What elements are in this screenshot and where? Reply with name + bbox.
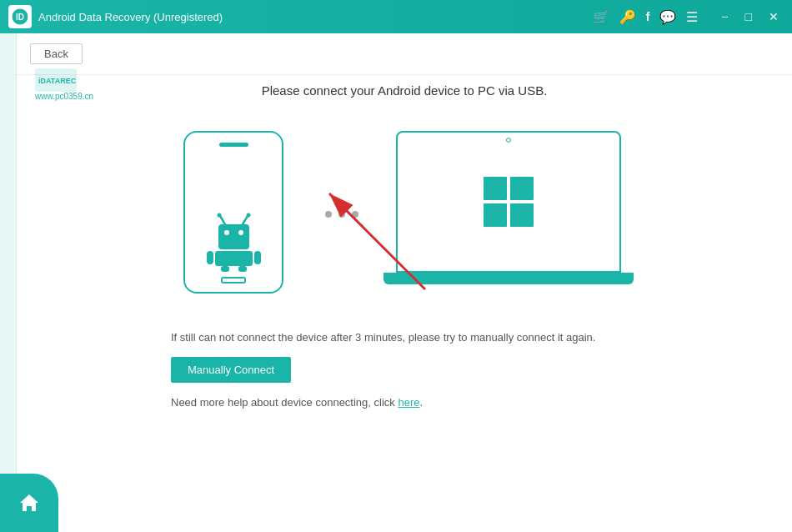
svg-rect-4 (218, 224, 249, 249)
laptop-base (383, 273, 634, 284)
windows-logo (484, 177, 534, 227)
watermark-url: www.pc0359.cn (35, 92, 93, 101)
win-square-2 (510, 177, 534, 200)
home-button[interactable] (0, 474, 58, 532)
content-wrapper: Please connect your Android device to PC… (17, 75, 792, 409)
titlebar-icons: 🛒 🔑 f 💬 ☰ − □ ✕ (593, 8, 784, 25)
titlebar-title: Android Data Recovery (Unregistered) (38, 11, 223, 23)
svg-rect-10 (221, 266, 229, 272)
svg-rect-7 (215, 251, 253, 266)
bottom-section: If still can not connect the device afte… (171, 331, 638, 409)
svg-line-13 (243, 216, 248, 224)
window-controls: − □ ✕ (716, 8, 784, 25)
titlebar-left: ID Android Data Recovery (Unregistered) (8, 5, 223, 28)
connection-dots (325, 211, 358, 218)
svg-rect-11 (238, 266, 247, 272)
maximize-button[interactable]: □ (740, 8, 757, 25)
sidebar-strip (0, 33, 17, 532)
facebook-icon[interactable]: f (646, 10, 650, 23)
app-icon: ID (8, 5, 32, 28)
svg-rect-9 (254, 251, 261, 264)
dot-3 (352, 211, 358, 218)
win-square-3 (484, 203, 507, 227)
phone-speaker (219, 143, 248, 147)
android-icon (207, 209, 261, 272)
main-instruction: Please connect your Android device to PC… (262, 83, 548, 98)
phone-outline (183, 131, 283, 294)
win-square-4 (510, 203, 534, 227)
illustration (154, 123, 654, 306)
menu-icon[interactable]: ☰ (686, 9, 698, 25)
laptop-illustration (392, 131, 625, 298)
watermark-logo: iDATAREC (35, 68, 77, 92)
back-area: Back (17, 33, 792, 75)
svg-text:iDATAREC: iDATAREC (38, 77, 77, 85)
manually-connect-button[interactable]: Manually Connect (171, 357, 291, 383)
home-icon (18, 491, 41, 514)
laptop-camera (506, 138, 511, 143)
svg-point-5 (224, 230, 229, 235)
svg-text:ID: ID (16, 13, 24, 22)
phone-illustration (183, 131, 292, 298)
titlebar: ID Android Data Recovery (Unregistered) … (0, 0, 792, 33)
win-square-1 (484, 177, 507, 200)
help-text: If still can not connect the device afte… (171, 331, 638, 344)
close-button[interactable]: ✕ (764, 8, 784, 25)
cart-icon[interactable]: 🛒 (593, 9, 609, 25)
phone-screen (193, 155, 273, 272)
phone-home-button (221, 277, 246, 284)
minimize-button[interactable]: − (716, 8, 733, 25)
more-help-text: Need more help about device connecting, … (171, 396, 638, 409)
laptop-screen (396, 131, 621, 273)
svg-point-15 (246, 213, 250, 218)
svg-point-14 (217, 213, 221, 218)
svg-rect-8 (207, 251, 213, 264)
svg-point-6 (238, 230, 243, 235)
period: . (419, 396, 423, 409)
watermark: iDATAREC www.pc0359.cn (35, 68, 93, 101)
chat-icon[interactable]: 💬 (659, 9, 676, 25)
dot-2 (338, 211, 345, 218)
here-link[interactable]: here (398, 396, 419, 409)
main-content: iDATAREC www.pc0359.cn Back Please conne… (17, 33, 792, 532)
key-icon[interactable]: 🔑 (619, 9, 636, 25)
svg-line-12 (220, 216, 225, 224)
more-help-prefix: Need more help about device connecting, … (171, 396, 398, 409)
back-button[interactable]: Back (30, 43, 83, 64)
dot-1 (325, 211, 332, 218)
